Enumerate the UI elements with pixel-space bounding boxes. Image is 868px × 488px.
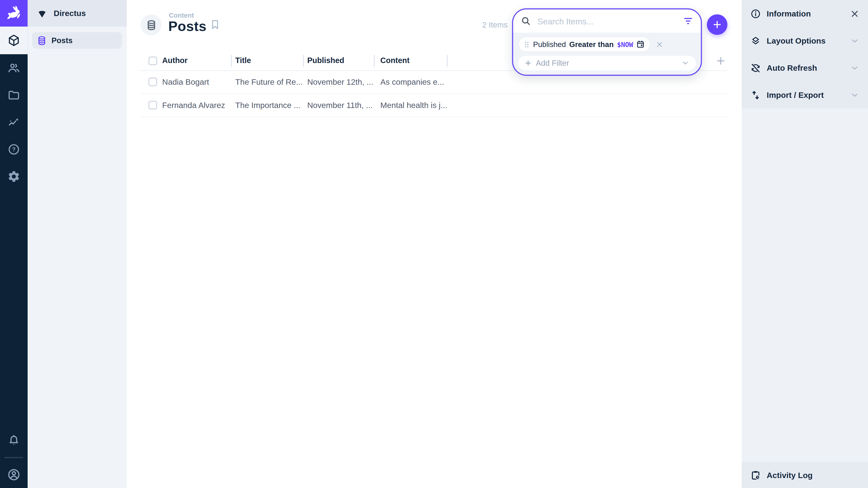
module-insights[interactable]	[0, 108, 28, 135]
layers-icon	[750, 35, 761, 46]
sidebar-section-label: Information	[767, 9, 811, 18]
drag-handle-icon[interactable]	[524, 40, 530, 48]
search-bar	[513, 9, 701, 33]
project-fan-icon	[36, 7, 48, 20]
project-header[interactable]: Directus	[28, 0, 127, 27]
user-menu-button[interactable]	[0, 461, 28, 488]
sidebar-section-auto-refresh[interactable]: Auto Refresh	[742, 54, 868, 81]
row-checkbox[interactable]	[148, 101, 157, 109]
collection-icon-badge	[141, 14, 162, 35]
gear-icon	[7, 170, 21, 183]
plus-icon	[524, 59, 532, 67]
people-icon	[7, 61, 21, 74]
chevron-down-icon	[850, 63, 860, 73]
nav-item-posts[interactable]: Posts	[32, 32, 122, 48]
filter-chip[interactable]: Published Greater than $NOW	[518, 37, 651, 52]
sidebar-section-layout-options[interactable]: Layout Options	[742, 27, 868, 54]
bookmark-icon[interactable]	[209, 19, 221, 30]
search-filter-panel: Published Greater than $NOW	[512, 8, 702, 76]
column-divider	[447, 55, 447, 67]
filter-value[interactable]: $NOW	[617, 40, 633, 48]
plus-icon	[712, 20, 722, 30]
calendar-icon[interactable]	[636, 40, 645, 48]
module-bar-bottom	[0, 427, 28, 488]
cell-title: The Importance ...	[235, 101, 301, 109]
cell-content: As companies e...	[380, 77, 444, 86]
sync-disabled-icon	[750, 62, 761, 73]
filter-operator: Greater than	[569, 40, 614, 48]
folder-icon	[7, 88, 21, 102]
module-content[interactable]	[0, 27, 28, 54]
svg-text:?: ?	[12, 146, 16, 152]
add-item-button[interactable]	[707, 14, 727, 35]
page-title: Posts	[168, 18, 206, 34]
notifications-button[interactable]	[0, 427, 28, 454]
module-docs[interactable]: ?	[0, 135, 28, 163]
module-bar-divider	[4, 457, 23, 458]
cell-title: The Future of Re...	[235, 77, 303, 86]
navigation-panel: Directus Posts	[28, 0, 127, 488]
items-count: 2 Items	[465, 21, 508, 29]
remove-filter-icon[interactable]	[656, 40, 664, 48]
activity-log-label: Activity Log	[767, 470, 813, 480]
cell-content: Mental health is j...	[380, 101, 447, 109]
module-files[interactable]	[0, 81, 28, 108]
search-icon	[520, 15, 531, 27]
add-filter-label: Add Filter	[536, 59, 569, 68]
cell-author: Fernanda Alvarez	[162, 101, 225, 109]
info-icon	[750, 8, 761, 19]
column-header-published[interactable]: Published	[307, 56, 344, 65]
add-filter-button[interactable]: Add Filter	[518, 56, 696, 70]
cell-author: Nadia Bogart	[162, 77, 209, 86]
chevron-down-icon	[850, 36, 860, 46]
box-icon	[7, 34, 21, 47]
directus-logo[interactable]	[0, 0, 28, 27]
clipboard-clock-icon	[750, 469, 761, 481]
close-icon[interactable]	[850, 8, 860, 19]
info-sidebar: Information Layout Options	[742, 0, 868, 488]
column-header-author[interactable]: Author	[162, 56, 188, 65]
user-circle-icon	[6, 467, 21, 482]
column-divider	[303, 55, 304, 67]
select-all-checkbox[interactable]	[148, 57, 157, 65]
module-bar: ?	[0, 0, 28, 488]
table-row[interactable]: Fernanda Alvarez The Importance ... Nove…	[140, 94, 727, 117]
project-name: Directus	[54, 9, 86, 18]
search-input[interactable]	[536, 16, 677, 26]
column-divider	[374, 55, 375, 67]
rabbit-logo-icon	[4, 4, 23, 23]
sidebar-filler	[742, 108, 868, 462]
add-column-button[interactable]	[715, 55, 726, 66]
directus-app: ?	[0, 0, 868, 488]
sidebar-section-label: Auto Refresh	[767, 63, 817, 72]
sidebar-section-import-export[interactable]: Import / Export	[742, 81, 868, 108]
activity-log-button[interactable]: Activity Log	[742, 462, 868, 488]
filter-field: Published	[533, 40, 566, 48]
nav-item-label: Posts	[52, 36, 72, 45]
database-icon	[37, 35, 47, 46]
module-settings[interactable]	[0, 163, 28, 190]
row-checkbox[interactable]	[148, 77, 157, 86]
cell-published: November 11th, ...	[307, 101, 373, 109]
swap-vert-icon	[750, 90, 761, 101]
module-users[interactable]	[0, 54, 28, 81]
filter-area: Published Greater than $NOW	[513, 33, 701, 74]
filter-icon[interactable]	[683, 15, 694, 27]
bell-icon	[7, 434, 21, 447]
column-header-content[interactable]: Content	[380, 56, 410, 65]
cell-published: November 12th, ...	[307, 77, 373, 86]
chevron-down-icon	[681, 59, 690, 68]
chevron-down-icon	[850, 90, 860, 100]
insights-icon	[7, 116, 21, 129]
sidebar-section-label: Import / Export	[767, 90, 824, 99]
help-icon: ?	[7, 142, 21, 156]
sidebar-section-label: Layout Options	[767, 36, 826, 45]
column-header-title[interactable]: Title	[235, 56, 251, 65]
column-divider	[231, 55, 232, 67]
sidebar-section-information[interactable]: Information	[742, 0, 868, 27]
database-icon	[145, 19, 157, 31]
